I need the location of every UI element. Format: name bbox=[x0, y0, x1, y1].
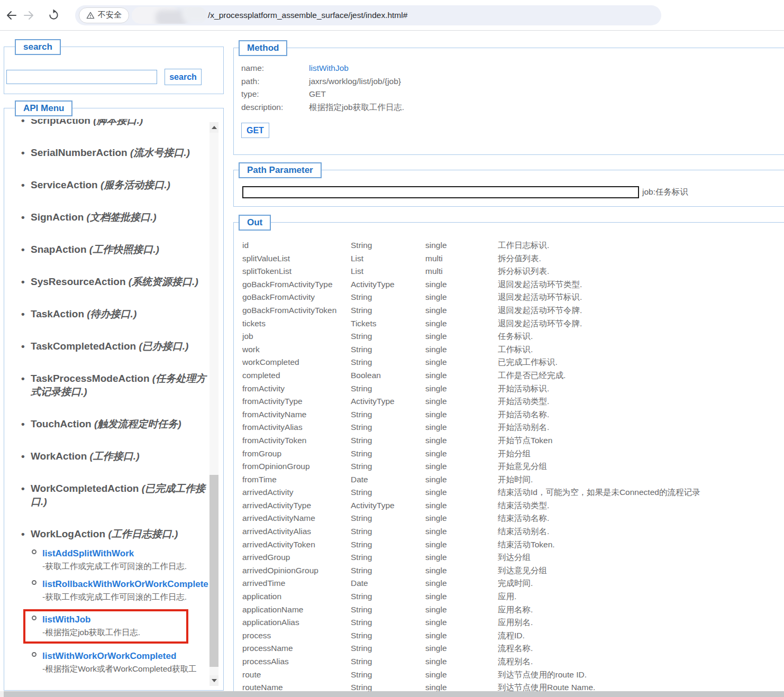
out-field-cardinality: single bbox=[425, 512, 498, 525]
out-field-row: splitTokenList List multi 拆分标识列表. bbox=[242, 265, 784, 278]
out-field-description: 流程名称. bbox=[498, 642, 784, 655]
out-field-row: id String single 工作日志标识. bbox=[242, 239, 784, 252]
out-field-row: arrivedActivityName String single 结束活动名称… bbox=[242, 512, 784, 525]
bullet-icon: • bbox=[21, 275, 25, 288]
out-field-row: workCompleted String single 已完成工作标识. bbox=[242, 356, 784, 369]
job-parameter-input[interactable] bbox=[242, 186, 639, 198]
circle-bullet-icon bbox=[32, 549, 37, 554]
address-bar[interactable]: 不安全 /x_processplatform_assemble_surface/… bbox=[75, 5, 661, 25]
sidebar-scrollbar[interactable] bbox=[209, 122, 218, 686]
api-action-desc: (工作接口.) bbox=[90, 451, 140, 462]
out-field-type: String bbox=[351, 330, 425, 343]
horizontal-scrollbar-thumb[interactable] bbox=[4, 691, 784, 697]
scroll-down-button[interactable] bbox=[209, 675, 218, 686]
out-field-type: String bbox=[351, 590, 425, 603]
horizontal-scrollbar[interactable] bbox=[0, 691, 784, 697]
out-field-cardinality: single bbox=[425, 629, 498, 643]
out-field-description: 结束活动名称. bbox=[498, 512, 784, 525]
api-action-name: WorkAction bbox=[31, 451, 87, 462]
search-button[interactable]: search bbox=[165, 69, 202, 85]
out-field-type: String bbox=[351, 356, 425, 369]
out-field-cardinality: single bbox=[425, 369, 498, 382]
bullet-icon: • bbox=[21, 450, 25, 463]
method-path-row: path: jaxrs/worklog/list/job/{job} bbox=[241, 75, 404, 88]
out-field-name: goBackFromActivityToken bbox=[242, 304, 351, 317]
api-action-desc: (流水号接口.) bbox=[130, 147, 190, 158]
out-field-type: Date bbox=[351, 577, 425, 590]
out-field-name: arrivedGroup bbox=[242, 551, 351, 564]
reload-button[interactable] bbox=[44, 6, 62, 24]
scroll-up-button[interactable] bbox=[209, 122, 218, 133]
out-field-cardinality: single bbox=[425, 356, 498, 369]
api-method-desc: -获取工作或完成工作可回滚的工作日志. bbox=[42, 591, 204, 602]
out-field-name: splitTokenList bbox=[242, 265, 351, 278]
out-field-name: arrivedActivityToken bbox=[242, 538, 351, 552]
out-field-description: 到达意见分组 bbox=[498, 564, 784, 577]
out-field-type: List bbox=[351, 265, 425, 278]
security-chip[interactable]: 不安全 bbox=[79, 7, 129, 23]
out-field-row: goBackFromActivityToken String single 退回… bbox=[242, 304, 784, 317]
out-field-cardinality: single bbox=[425, 525, 498, 538]
api-action-desc: (已办接口.) bbox=[139, 341, 188, 352]
bullet-icon: • bbox=[21, 178, 25, 191]
out-field-description: 拆分值列表. bbox=[498, 252, 784, 265]
out-field-name: process bbox=[242, 629, 351, 643]
api-method-link[interactable]: listWithJob bbox=[42, 614, 182, 626]
method-name-link[interactable]: listWithJob bbox=[309, 62, 349, 75]
out-field-name: processAlias bbox=[242, 655, 351, 668]
method-name-row: name: listWithJob bbox=[241, 62, 404, 75]
out-field-name: goBackFromActivity bbox=[242, 291, 351, 304]
api-method-item-selected: listWithJob -根据指定job获取工作日志. bbox=[23, 609, 188, 644]
execute-get-button[interactable]: GET bbox=[241, 123, 269, 138]
out-field-name: fromGroup bbox=[242, 447, 351, 461]
out-field-description: 流程ID. bbox=[498, 629, 784, 643]
out-field-cardinality: single bbox=[425, 603, 498, 617]
out-field-cardinality: single bbox=[425, 642, 498, 655]
api-method-link[interactable]: listAddSplitWithWork bbox=[42, 548, 206, 560]
out-field-type: String bbox=[351, 291, 425, 304]
out-field-name: workCompleted bbox=[242, 356, 351, 369]
api-method-desc: -获取工作或完成工作可回滚的工作日志. bbox=[42, 561, 204, 572]
scrollbar-thumb[interactable] bbox=[209, 475, 218, 667]
api-action-name: ScriptAction bbox=[31, 119, 90, 126]
out-field-name: applicationAlias bbox=[242, 616, 351, 629]
forward-button[interactable] bbox=[20, 6, 38, 24]
out-field-description: 已完成工作标识. bbox=[498, 356, 784, 369]
out-field-cardinality: single bbox=[425, 447, 498, 461]
out-field-description: 开始活动名称. bbox=[498, 408, 784, 421]
out-field-cardinality: single bbox=[425, 434, 498, 447]
search-input[interactable] bbox=[6, 70, 157, 84]
circle-bullet-icon bbox=[32, 616, 37, 620]
method-legend: Method bbox=[239, 40, 287, 56]
path-parameter-legend: Path Parameter bbox=[239, 162, 322, 178]
back-button[interactable] bbox=[2, 6, 20, 24]
method-panel: Method name: listWithJob path: jaxrs/wor… bbox=[233, 48, 784, 155]
out-field-cardinality: multi bbox=[425, 265, 498, 278]
out-field-type: String bbox=[351, 486, 425, 499]
api-menu-item: •WorkCompletedAction (已完成工作接口.) bbox=[6, 482, 208, 508]
out-field-type: String bbox=[351, 525, 425, 538]
search-panel: search search bbox=[4, 47, 224, 94]
out-field-name: application bbox=[242, 590, 351, 603]
out-field-cardinality: single bbox=[425, 317, 498, 331]
out-field-name: applicationName bbox=[242, 603, 351, 617]
reload-icon bbox=[48, 9, 60, 21]
out-field-row: fromActivityAlias String single 开始活动别名. bbox=[242, 421, 784, 434]
api-action-name: WorkLogAction bbox=[31, 528, 105, 539]
out-field-row: applicationAlias String single 应用别名. bbox=[242, 616, 784, 629]
out-field-type: ActivityType bbox=[351, 499, 425, 512]
api-method-link[interactable]: listWithWorkOrWorkCompleted bbox=[42, 650, 206, 662]
out-field-cardinality: single bbox=[425, 239, 498, 252]
out-field-cardinality: single bbox=[425, 590, 498, 603]
out-field-row: arrivedOpinionGroup String single 到达意见分组 bbox=[242, 564, 784, 577]
out-field-name: arrivedActivity bbox=[242, 486, 351, 499]
out-field-description: 完成时间. bbox=[498, 577, 784, 590]
api-method-link[interactable]: listRollbackWithWorkOrWorkCompleted bbox=[42, 579, 206, 590]
out-field-row: arrivedActivity String single 结束活动Id，可能为… bbox=[242, 486, 784, 499]
out-field-cardinality: single bbox=[425, 655, 498, 668]
api-action-desc: (触发流程定时任务) bbox=[94, 418, 181, 429]
api-menu-item: •SysResourceAction (系统资源接口.) bbox=[6, 275, 208, 288]
method-path-value: jaxrs/worklog/list/job/{job} bbox=[309, 75, 401, 88]
out-field-name: fromOpinionGroup bbox=[242, 460, 351, 473]
out-field-cardinality: single bbox=[425, 408, 498, 421]
